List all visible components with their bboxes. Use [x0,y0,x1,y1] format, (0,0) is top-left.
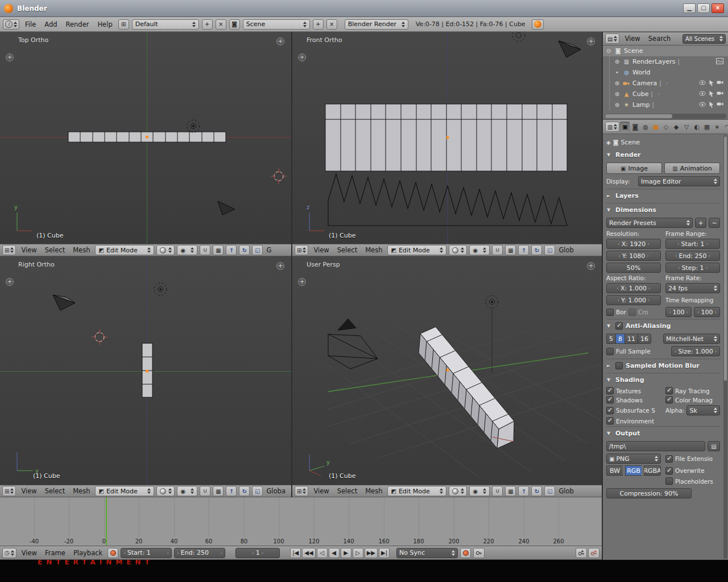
render-engine-selector[interactable]: Blender Render [345,19,408,30]
renderability-camera-icon[interactable] [717,80,723,85]
manipulator-scale-button[interactable]: ◱ [544,486,555,496]
render-image-button[interactable]: ▣Image [606,163,662,174]
expand-icon[interactable]: ⊕ [614,102,621,108]
fps-dropdown[interactable]: 24 fps [665,283,720,293]
panel-header-render[interactable]: ▼ Render [606,148,720,160]
color-rgba-button[interactable]: RGBA [644,465,661,476]
orientation-dropdown[interactable]: Globa [265,487,287,495]
render-animation-button[interactable]: ▥Animation [664,163,720,174]
prev-keyframe-button[interactable]: ◀◀ [302,548,315,558]
tab-particles[interactable]: ∗ [712,122,722,132]
snap-magnet-button[interactable]: ∩ [200,245,210,255]
outliner-item-cube[interactable]: ⊕ ▲ Cube | ◦ [611,89,728,99]
panel-header-sampled-motion-blur[interactable]: ► Sampled Motion Blur [606,359,720,371]
expand-icon[interactable]: ⊕ [614,59,621,65]
panel-header-output[interactable]: ▼ Output [606,426,720,439]
outliner-item-renderlayers[interactable]: ⊕ ▥ RenderLayers | [611,56,728,67]
renderability-camera-icon[interactable] [717,90,723,96]
tab-render[interactable]: ▣ [620,122,630,132]
aa-samples-11-button[interactable]: 11 [624,334,638,344]
aa-samples-5-button[interactable]: 5 [606,334,615,344]
editor-type-button-3dview[interactable]: ⊞ [2,245,16,255]
shading-dropdown[interactable] [449,486,467,496]
pivot-dropdown[interactable]: ◉ [469,486,490,496]
tab-world[interactable]: ◍ [640,122,650,132]
frame-forward-button[interactable]: ▶ [341,548,351,558]
renderability-camera-icon[interactable] [717,101,723,107]
keying-set-button[interactable] [473,548,485,558]
view-menu[interactable]: View [18,246,39,254]
manipulator-rotate-button[interactable]: ↻ [239,245,250,255]
orientation-dropdown[interactable]: Glob [557,487,574,495]
menu-render[interactable]: Render [63,20,92,28]
outliner-hscrollbar[interactable] [605,114,726,119]
shading-dropdown[interactable] [449,245,467,255]
pivot-dropdown[interactable]: ◉ [177,486,197,496]
visibility-eye-icon[interactable] [699,80,706,86]
snap-element-button[interactable]: ▦ [505,486,516,496]
maximize-button[interactable]: ▢ [697,3,710,13]
panel-header-dimensions[interactable]: ▼ Dimensions [606,203,720,215]
delete-screen-layout-button[interactable]: × [216,19,226,30]
outliner-view-menu[interactable]: View [622,35,643,43]
region-expand-icon[interactable]: + [298,278,306,286]
frame-back-button[interactable]: ◀ [329,548,340,558]
tab-constraints[interactable]: ◇ [661,122,671,132]
frame-end-field[interactable]: ‹End: 250› [174,548,225,558]
frame-start-field[interactable]: ‹Start: 1› [665,239,720,249]
tab-scene[interactable]: ◙ [630,122,640,132]
close-button[interactable]: × [712,3,724,13]
manipulator-scale-button[interactable]: ◱ [252,486,263,496]
textures-checkbox[interactable] [606,387,614,394]
manipulator-translate-button[interactable]: ↑ [226,486,237,496]
render-presets-dropdown[interactable]: Render Presets [606,218,693,228]
orientation-dropdown[interactable]: Glob [557,246,574,254]
resolution-percentage-slider[interactable]: 50% [606,263,661,273]
region-expand-icon[interactable]: + [6,53,14,61]
screen-layout-icon-button[interactable]: ⊞ [118,19,129,30]
crop-checkbox[interactable] [628,309,636,316]
view-menu[interactable]: View [311,246,332,254]
display-dropdown[interactable]: Image Editor [638,176,720,186]
render-result-icon[interactable] [716,58,723,64]
visibility-eye-icon[interactable] [699,101,706,107]
shading-dropdown[interactable] [156,486,175,496]
select-menu[interactable]: Select [334,487,360,495]
frame-end-field[interactable]: ‹End: 250› [665,251,720,261]
outliner-search-menu[interactable]: Search [646,35,674,43]
selectability-arrow-icon[interactable] [708,101,714,108]
view-menu[interactable]: View [18,487,39,495]
manipulator-rotate-button[interactable]: ↻ [531,245,542,255]
scrollbar-thumb[interactable] [605,114,672,118]
tab-modifiers[interactable]: ◆ [671,122,681,132]
properties-vscrollbar[interactable] [723,135,727,559]
minimize-button[interactable]: ▁ [683,3,696,13]
editor-type-button-outliner[interactable]: ▤ [605,34,619,44]
jump-to-start-button[interactable]: |◀ [290,548,301,558]
mesh-menu[interactable]: Mesh [362,487,385,495]
outliner-item-lamp[interactable]: ⊕ ☀ Lamp | [611,99,728,110]
outliner-item-scene[interactable]: ⊖ ◙ Scene [603,45,728,56]
snap-magnet-button[interactable]: ∩ [492,245,503,255]
manipulator-translate-button[interactable]: ↑ [226,245,237,255]
frame-step-field[interactable]: ‹Step: 1› [665,263,720,273]
select-menu[interactable]: Select [42,246,68,254]
add-scene-button[interactable]: + [313,19,324,30]
menu-help[interactable]: Help [94,20,115,28]
aa-filter-dropdown[interactable]: Mitchell-Net [663,334,720,344]
region-expand-icon[interactable]: + [276,262,284,270]
expand-icon[interactable]: ⊕ [614,80,621,86]
timeline-view-menu[interactable]: View [19,549,40,557]
mesh-menu[interactable]: Mesh [70,246,93,254]
color-bw-button[interactable]: BW [606,465,623,476]
remap-old-field[interactable]: ‹100› [665,307,692,317]
menu-add[interactable]: Add [42,20,60,28]
delete-keyframe-button[interactable] [588,548,599,558]
play-button[interactable]: ▷ [353,548,363,558]
aa-samples-16-button[interactable]: 16 [638,334,651,344]
color-rgb-button[interactable]: RGB [625,465,642,476]
region-expand-icon[interactable]: + [587,262,595,270]
tab-object[interactable]: ■ [651,122,660,132]
outliner-item-camera[interactable]: ⊕ Camera | ◦ [611,78,728,89]
viewport-canvas-top-ortho[interactable]: y [0,32,291,244]
